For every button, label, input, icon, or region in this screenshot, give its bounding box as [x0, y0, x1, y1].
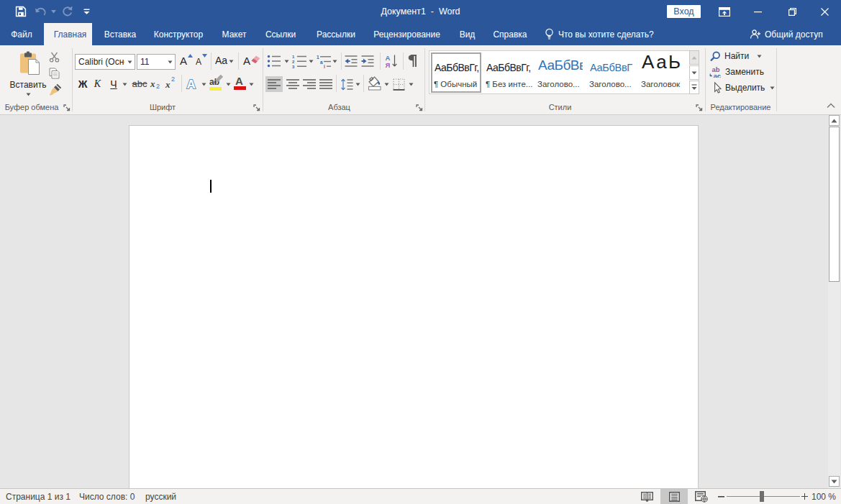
justify-button[interactable] [317, 76, 334, 92]
subscript-button[interactable]: x 2 [149, 76, 163, 92]
close-button[interactable] [809, 0, 840, 23]
line-spacing-button[interactable] [340, 76, 355, 92]
find-button[interactable]: Найти [709, 50, 762, 62]
change-case-button[interactable]: Aa [214, 53, 235, 70]
font-color-button[interactable]: А [234, 76, 248, 92]
page-indicator[interactable]: Страница 1 из 1 [6, 489, 71, 504]
increase-indent-button[interactable] [361, 55, 377, 69]
align-center-button[interactable] [284, 76, 301, 92]
copy-button[interactable] [46, 67, 62, 81]
document-page[interactable] [129, 125, 699, 488]
tab-review[interactable]: Рецензирование [365, 23, 448, 45]
ribbon-display-options-button[interactable] [709, 0, 740, 23]
tab-file[interactable]: Файл [0, 23, 43, 45]
align-left-button[interactable] [265, 76, 283, 92]
multilevel-list-button[interactable]: 1 a i [317, 55, 332, 69]
paste-button[interactable]: Вставить [6, 49, 50, 101]
superscript-button[interactable]: x 2 [163, 76, 178, 92]
share-button[interactable]: Общий доступ [750, 23, 823, 45]
italic-button[interactable]: К [91, 76, 104, 92]
numbering-button[interactable]: 123 [292, 55, 308, 69]
find-dropdown-icon[interactable] [757, 55, 762, 58]
numbering-dropdown[interactable] [308, 55, 316, 69]
scroll-up-button[interactable] [829, 115, 840, 126]
language-indicator[interactable]: русский [145, 489, 176, 504]
restore-button[interactable] [776, 0, 808, 23]
borders-button[interactable] [392, 76, 406, 92]
select-dropdown-icon[interactable] [770, 86, 775, 90]
decrease-indent-button[interactable] [345, 55, 360, 69]
qat-customize-button[interactable] [79, 0, 94, 23]
styles-dialog-launcher[interactable] [696, 104, 702, 111]
tab-insert[interactable]: Вставка [96, 23, 144, 45]
font-name-dropdown-icon[interactable] [124, 60, 135, 64]
paragraph-dialog-launcher[interactable] [416, 104, 422, 111]
sign-in-button[interactable]: Вход [667, 5, 701, 18]
bullets-dropdown[interactable] [283, 55, 291, 69]
underline-dropdown[interactable] [122, 76, 130, 92]
redo-button[interactable] [58, 0, 76, 23]
highlight-dropdown[interactable] [225, 76, 234, 92]
shading-button[interactable] [367, 76, 383, 92]
styles-scroll-down-button[interactable] [689, 65, 699, 80]
font-dialog-launcher[interactable] [253, 104, 260, 111]
undo-dropdown[interactable] [49, 0, 58, 23]
styles-scroll-up-button[interactable] [689, 50, 699, 65]
shrink-font-button[interactable]: А [194, 53, 209, 70]
grow-font-button[interactable]: А [178, 53, 194, 70]
vertical-scrollbar[interactable] [828, 115, 840, 488]
line-spacing-dropdown[interactable] [354, 76, 363, 92]
zoom-out-button[interactable] [717, 489, 725, 504]
scroll-down-button[interactable] [829, 476, 840, 487]
multilevel-dropdown[interactable] [332, 55, 340, 69]
zoom-slider-handle[interactable] [760, 491, 764, 502]
font-size-combobox[interactable]: 11 [137, 54, 176, 70]
style-heading2[interactable]: АаБбВвГ Заголово... [587, 53, 636, 92]
style-title[interactable]: АаЬ Заголовок [639, 53, 688, 92]
undo-button[interactable] [32, 0, 50, 23]
tab-view[interactable]: Вид [451, 23, 483, 45]
tab-home[interactable]: Главная [44, 23, 92, 45]
tab-layout[interactable]: Макет [212, 23, 256, 45]
collapse-ribbon-button[interactable] [827, 103, 835, 109]
font-color-dropdown[interactable] [248, 76, 257, 92]
style-no-spacing[interactable]: АаБбВвГг, ¶ Без инте... [483, 53, 532, 92]
word-count[interactable]: Число слов: 0 [79, 489, 135, 504]
tab-design[interactable]: Конструктор [147, 23, 210, 45]
zoom-in-button[interactable] [800, 489, 809, 504]
bold-button[interactable]: Ж [75, 76, 91, 92]
select-button[interactable]: Выделить [709, 82, 775, 93]
strikethrough-button[interactable]: abc [131, 76, 148, 92]
font-size-dropdown-icon[interactable] [165, 60, 175, 64]
web-layout-button[interactable] [688, 489, 715, 504]
align-right-button[interactable] [301, 76, 317, 92]
shading-dropdown[interactable] [383, 76, 391, 92]
style-heading1[interactable]: АаБбВв Заголово... [535, 53, 584, 92]
scrollbar-thumb[interactable] [829, 127, 840, 282]
tab-help[interactable]: Справка [485, 23, 535, 45]
underline-button[interactable]: Ч [106, 76, 122, 92]
document-area[interactable] [0, 115, 841, 488]
tell-me-box[interactable]: Что вы хотите сделать? [545, 23, 654, 45]
text-effects-button[interactable]: А [186, 76, 200, 92]
format-painter-button[interactable] [46, 83, 63, 98]
show-marks-button[interactable] [407, 54, 420, 69]
print-layout-button[interactable] [660, 489, 688, 504]
text-effects-dropdown[interactable] [201, 76, 209, 92]
borders-dropdown[interactable] [407, 76, 416, 92]
highlight-button[interactable]: ab [209, 76, 225, 92]
save-button[interactable] [10, 0, 32, 23]
bullets-button[interactable] [267, 55, 283, 69]
clipboard-dialog-launcher[interactable] [63, 104, 70, 111]
style-normal[interactable]: АаБбВвГг, ¶ Обычный [432, 53, 481, 92]
sort-button[interactable]: А Я [385, 54, 401, 69]
tab-mailings[interactable]: Рассылки [308, 23, 364, 45]
font-name-combobox[interactable]: Calibri (Осно [75, 54, 135, 70]
zoom-level[interactable]: 100 % [812, 489, 836, 504]
cut-button[interactable] [46, 51, 62, 65]
replace-button[interactable]: ab ac Заменить [709, 66, 764, 78]
read-mode-button[interactable] [633, 489, 660, 504]
minimize-button[interactable] [742, 0, 773, 23]
clear-formatting-button[interactable]: А [243, 53, 260, 70]
tab-references[interactable]: Ссылки [258, 23, 304, 45]
